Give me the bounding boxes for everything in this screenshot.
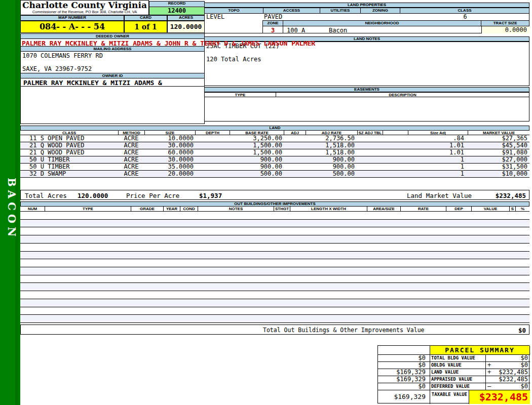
land-base-rate: 900.00 xyxy=(230,156,284,163)
ps-right-cell: $232,485 xyxy=(486,376,530,383)
land-market-value: $31,500 xyxy=(468,164,529,170)
ob-col-s: S xyxy=(509,207,515,211)
land-depth xyxy=(195,156,230,163)
land-col-blank xyxy=(383,131,408,135)
ob-col-type: TYPE xyxy=(45,207,131,211)
land-adj xyxy=(284,142,306,149)
ob-col-value: VALUE xyxy=(471,207,509,211)
owner-id-label: OWNER ID xyxy=(20,73,205,78)
county-header: Charlotte County Virginia Commissioner o… xyxy=(20,0,149,15)
land-properties-label: LAND PROPERTIES xyxy=(204,3,529,8)
land-base-rate: 900.00 xyxy=(230,164,284,170)
card-value: 1 of 1 xyxy=(124,21,167,33)
land-depth xyxy=(195,142,230,149)
ob-col-dep: DEP xyxy=(446,207,471,211)
ob-col-area-size: AREA/SIZE xyxy=(367,207,400,211)
ob-col-rate: RATE xyxy=(400,207,446,211)
land-base-rate: 1,500.00 xyxy=(230,142,284,149)
land-size: 60.0000 xyxy=(144,149,195,156)
land-market-value: $45,540 xyxy=(468,142,529,149)
ps-right-cell: + $0 xyxy=(486,362,530,369)
zone-neighborhood-box: ZONE NEIGHBORHOOD TRACT SIZE 3 100 A Bac… xyxy=(262,20,529,33)
mailing-address-line2: SAXE, VA 23967-9752 xyxy=(22,66,92,72)
land-properties-headers: TOPO ACCESS UTILITIES ZONING CLASS xyxy=(205,8,529,14)
land-adj-rate: 900.00 xyxy=(306,156,357,163)
zone-headers: ZONE NEIGHBORHOOD TRACT SIZE xyxy=(263,21,529,26)
zone-value: 3 xyxy=(263,27,283,34)
price-per-acre-label: Price Per Acre xyxy=(126,192,179,199)
land-size: 10.0000 xyxy=(144,135,195,142)
map-number-value: 084- - A- - - 54 xyxy=(20,21,124,33)
ps-right-value: $0 xyxy=(521,362,528,369)
ps-right-cell: – $0 xyxy=(486,383,530,390)
parcel-summary-title: PARCEL SUMMARY xyxy=(430,346,530,355)
land-size-adj: 1.01 xyxy=(408,142,468,149)
ob-empty-row xyxy=(20,235,529,244)
topo-value: LEVEL xyxy=(206,14,224,20)
ob-col-grade: GRADE xyxy=(131,207,163,211)
land-row: 21 Q WOOD PAVED ACRE 60.0000 1,500.00 1,… xyxy=(20,149,529,156)
map-number-label: MAP NUMBER xyxy=(20,15,124,21)
easements-box xyxy=(204,97,529,122)
land-sz-adj-tbl xyxy=(357,149,383,156)
land-base-rate: 3,250.00 xyxy=(230,135,284,142)
county-subtitle: Commissioner of the Revenue, PO Box 308,… xyxy=(21,10,148,14)
land-adj-rate: 1,518.00 xyxy=(306,149,357,156)
ob-empty-row xyxy=(20,299,529,307)
land-col-sz-adj-tbl: SZ ADJ TBL xyxy=(357,131,383,135)
land-row: 50 U TIMBER ACRE 30.0000 900.00 900.00 1… xyxy=(20,156,529,164)
ps-left-value: $0 xyxy=(378,362,430,369)
land-totals-row: Total Acres 120.0000 Price Per Acre $1,9… xyxy=(20,190,529,200)
price-per-acre-value: $1,937 xyxy=(199,192,222,199)
ob-empty-row xyxy=(20,315,529,323)
land-sz-adj-tbl xyxy=(357,142,383,149)
land-method: ACRE xyxy=(118,149,144,156)
land-method: ACRE xyxy=(118,156,144,163)
ob-total-label: Total Out Buildings & Other Improvements… xyxy=(263,327,425,334)
ob-col-year: YEAR xyxy=(163,207,180,211)
ps-right-value: $232,485 xyxy=(499,376,528,383)
class-value: 6 xyxy=(401,14,529,20)
zone-values-row: 3 100 A Bacon 0.0000 xyxy=(263,26,529,33)
land-blank xyxy=(383,171,408,177)
land-col-class: CLASS xyxy=(20,131,118,135)
ps-left-value: $0 xyxy=(378,355,430,362)
land-col-market-value: MARKET VALUE xyxy=(468,131,529,135)
record-value: 12400 xyxy=(149,7,205,15)
out-buildings-headers: NUM TYPE GRADE YEAR COND NOTES STHGT LEN… xyxy=(20,207,529,212)
easements-label: EASEMENTS xyxy=(204,87,529,92)
land-size-adj: 1 xyxy=(408,164,468,170)
ob-empty-row xyxy=(20,227,529,235)
land-size-adj: .84 xyxy=(408,135,468,142)
ps-right-value: $232,485 xyxy=(499,369,528,376)
land-blank xyxy=(383,149,408,156)
ps-op: + xyxy=(487,362,491,369)
ob-empty-row xyxy=(20,307,529,315)
owner-id-value: PALMER RAY MCKINLEY & MITZI ADAMS & xyxy=(23,79,162,87)
land-method: ACRE xyxy=(118,142,144,149)
land-size: 30.0000 xyxy=(144,156,195,163)
land-col-size: SIZE xyxy=(144,131,195,135)
ps-row-label: OBLDG VALUE xyxy=(430,362,486,369)
land-size: 20.0000 xyxy=(144,171,195,177)
neighborhood-name: Bacon xyxy=(329,27,347,34)
land-row: 11 S OPEN PAVED ACRE 10.0000 3,250.00 2,… xyxy=(20,135,529,142)
tract-size-value: 0.0000 xyxy=(481,26,530,33)
taxable-value-amount: $232,485 xyxy=(469,390,530,404)
ps-right-cell: $0 xyxy=(486,355,530,362)
ob-col-cond: COND xyxy=(180,207,198,211)
mailing-address-line1: 1070 COLEMANS FERRY RD xyxy=(22,53,103,59)
ob-col-num: NUM xyxy=(20,207,45,211)
land-market-value: $10,000 xyxy=(468,171,529,177)
land-sz-adj-tbl xyxy=(357,164,383,170)
acres-value: 120.0000 xyxy=(167,21,205,33)
land-class: 21 Q WOOD PAVED xyxy=(20,149,118,156)
owner-id-divider xyxy=(21,86,204,87)
property-record-card: BACON Charlotte County Virginia Commissi… xyxy=(0,0,532,405)
neighborhood-label: NEIGHBORHOOD xyxy=(283,21,481,26)
land-depth xyxy=(195,171,230,177)
record-label: RECORD xyxy=(149,1,205,7)
neighborhood-code: 100 A xyxy=(287,27,305,34)
tract-size-label: TRACT SIZE xyxy=(481,21,529,26)
parcel-summary: PARCEL SUMMARY $0 TOTAL BLDG VALUE $0 $0… xyxy=(377,345,529,403)
